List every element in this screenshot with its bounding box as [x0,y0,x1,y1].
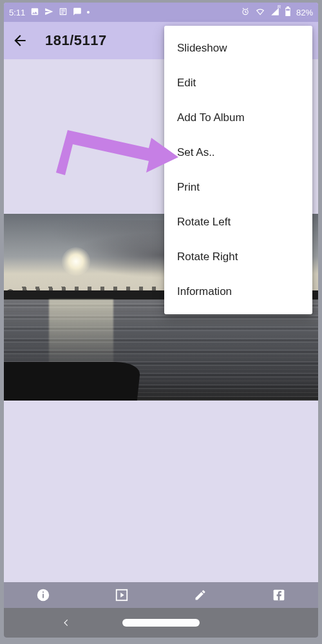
news-icon [59,7,68,18]
device-frame: 5:11 [0,0,322,644]
photo-counter: 181/5117 [45,32,107,49]
back-button[interactable] [10,31,30,50]
menu-item-add-to-album[interactable]: Add To Album [164,100,312,135]
status-bar: 5:11 [4,3,318,22]
svg-rect-1 [286,9,290,11]
image-icon [30,7,39,18]
status-time: 5:11 [9,8,25,17]
nav-back-button[interactable] [62,618,71,630]
screen: 5:11 [4,3,318,638]
system-nav-bar [4,608,318,638]
menu-item-rotate-left[interactable]: Rotate Left [164,205,312,240]
menu-item-information[interactable]: Information [164,274,312,309]
wifi-icon [255,7,265,18]
info-icon[interactable] [36,588,50,602]
battery-icon [285,6,291,18]
alarm-icon [241,7,250,18]
menu-item-set-as[interactable]: Set As.. [164,135,312,170]
menu-item-edit[interactable]: Edit [164,66,312,100]
send-icon [44,7,53,18]
bottom-toolbar [4,582,318,608]
signal-icon: R [270,7,279,18]
menu-item-rotate-right[interactable]: Rotate Right [164,240,312,274]
menu-item-slideshow[interactable]: Slideshow [164,31,312,66]
menu-item-print[interactable]: Print [164,170,312,205]
slideshow-icon[interactable] [115,588,129,602]
overflow-menu: Slideshow Edit Add To Album Set As.. Pri… [164,26,312,314]
facebook-icon[interactable] [272,588,286,602]
svg-rect-3 [43,594,44,598]
svg-rect-4 [43,592,44,593]
nav-home-pill[interactable] [122,619,200,627]
messages-icon [73,7,82,18]
battery-percentage: 82% [296,8,313,17]
edit-icon[interactable] [193,588,207,602]
dot-icon [87,11,90,14]
